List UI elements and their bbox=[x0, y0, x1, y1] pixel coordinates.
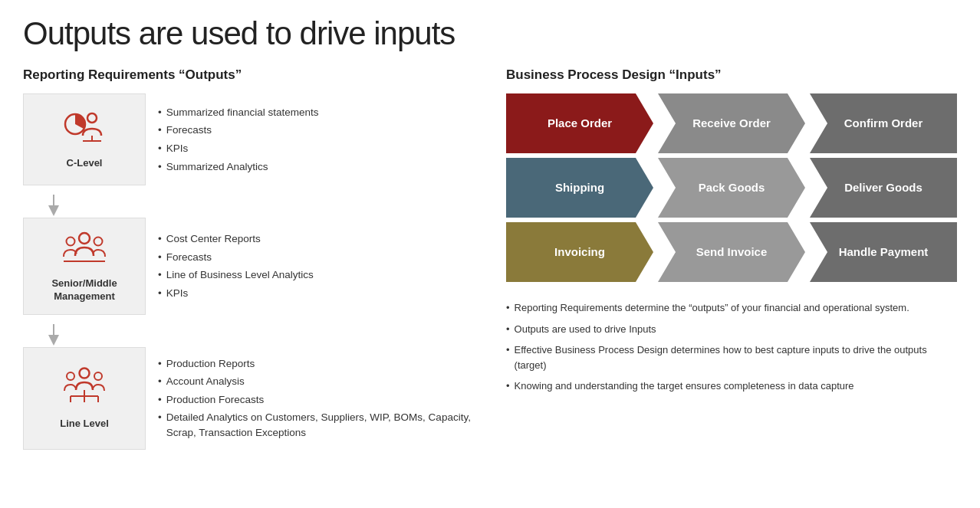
line-level-bullets: Production ReportsAccount AnalysisProduc… bbox=[146, 347, 483, 450]
note-item: Reporting Requirements determine the “ou… bbox=[506, 297, 957, 319]
process-cell-label: Pack Goods bbox=[688, 174, 776, 202]
senior-middle-bullets: Cost Center ReportsForecastsLine of Busi… bbox=[146, 218, 326, 315]
svg-point-6 bbox=[79, 233, 90, 244]
process-cell-label: Confirm Order bbox=[834, 110, 934, 137]
list-item: Account Analysis bbox=[158, 372, 471, 391]
list-item: KPIs bbox=[158, 284, 314, 303]
list-item: KPIs bbox=[158, 139, 319, 158]
list-item: Forecasts bbox=[158, 248, 314, 267]
list-item: Line of Business Level Analytics bbox=[158, 266, 314, 284]
list-item: Forecasts bbox=[158, 121, 319, 139]
svg-point-14 bbox=[94, 372, 102, 380]
c-level-icon bbox=[61, 109, 107, 151]
process-cell-label: Deliver Goods bbox=[834, 174, 933, 202]
process-cell-2-1: Send Invoice bbox=[658, 222, 805, 282]
svg-point-1 bbox=[87, 113, 97, 123]
process-cell-label: Handle Payment bbox=[828, 238, 939, 266]
line-level-label: Line Level bbox=[60, 418, 109, 431]
process-cell-1-1: Pack Goods bbox=[658, 158, 805, 218]
list-item: Production Reports bbox=[158, 355, 471, 373]
svg-marker-11 bbox=[48, 335, 59, 346]
list-item: Cost Center Reports bbox=[158, 230, 314, 248]
note-item: Effective Business Process Design determ… bbox=[506, 339, 957, 375]
note-item: Outputs are used to drive Inputs bbox=[506, 319, 957, 340]
svg-point-13 bbox=[67, 372, 74, 380]
c-level-box: C-Level bbox=[23, 93, 146, 185]
c-level-row: C-Level Summarized financial statementsF… bbox=[23, 93, 483, 185]
process-cell-1-2: Deliver Goods bbox=[810, 158, 957, 218]
note-item: Knowing and understanding the target ens… bbox=[506, 375, 957, 397]
process-cell-label: Place Order bbox=[537, 110, 623, 137]
senior-middle-box: Senior/MiddleManagement bbox=[23, 218, 146, 315]
process-cell-label: Invoicing bbox=[544, 238, 616, 266]
c-level-bullets: Summarized financial statementsForecasts… bbox=[146, 93, 331, 185]
list-item: Detailed Analytics on Customers, Supplie… bbox=[158, 408, 471, 441]
svg-marker-5 bbox=[48, 205, 59, 216]
right-section: Business Process Design “Inputs” Place O… bbox=[506, 67, 957, 397]
svg-point-7 bbox=[66, 238, 74, 246]
process-cell-2-0: Invoicing bbox=[506, 222, 653, 282]
list-item: Production Forecasts bbox=[158, 391, 471, 409]
process-cell-2-2: Handle Payment bbox=[810, 222, 957, 282]
process-cell-label: Shipping bbox=[544, 174, 615, 202]
level-rows: C-Level Summarized financial statementsF… bbox=[23, 93, 483, 457]
senior-middle-label: Senior/MiddleManagement bbox=[51, 277, 117, 303]
line-level-box: Line Level bbox=[23, 347, 146, 450]
list-item: Summarized Analytics bbox=[158, 158, 319, 176]
right-section-title: Business Process Design “Inputs” bbox=[506, 67, 957, 83]
senior-middle-row: Senior/MiddleManagement Cost Center Repo… bbox=[23, 218, 483, 315]
process-cell-0-0: Place Order bbox=[506, 93, 653, 153]
c-level-label: C-Level bbox=[67, 157, 103, 170]
process-cell-1-0: Shipping bbox=[506, 158, 653, 218]
process-cell-0-2: Confirm Order bbox=[810, 93, 957, 153]
left-section: Reporting Requirements “Outputs” bbox=[23, 67, 483, 457]
line-level-icon bbox=[60, 365, 110, 411]
arrow-1 bbox=[23, 195, 483, 216]
process-cell-label: Send Invoice bbox=[686, 238, 778, 266]
page-title: Outputs are used to drive inputs bbox=[23, 15, 957, 52]
notes-section: Reporting Requirements determine the “ou… bbox=[506, 297, 957, 397]
process-cell-label: Receive Order bbox=[682, 110, 781, 137]
senior-middle-icon bbox=[60, 229, 110, 271]
line-level-row: Line Level Production ReportsAccount Ana… bbox=[23, 347, 483, 450]
svg-point-12 bbox=[79, 369, 89, 379]
process-cell-0-1: Receive Order bbox=[658, 93, 805, 153]
arrow-2 bbox=[23, 324, 483, 346]
svg-point-8 bbox=[94, 238, 102, 246]
list-item: Summarized financial statements bbox=[158, 103, 319, 122]
left-section-title: Reporting Requirements “Outputs” bbox=[23, 67, 483, 83]
process-grid: Place OrderReceive OrderConfirm OrderShi… bbox=[506, 93, 957, 282]
